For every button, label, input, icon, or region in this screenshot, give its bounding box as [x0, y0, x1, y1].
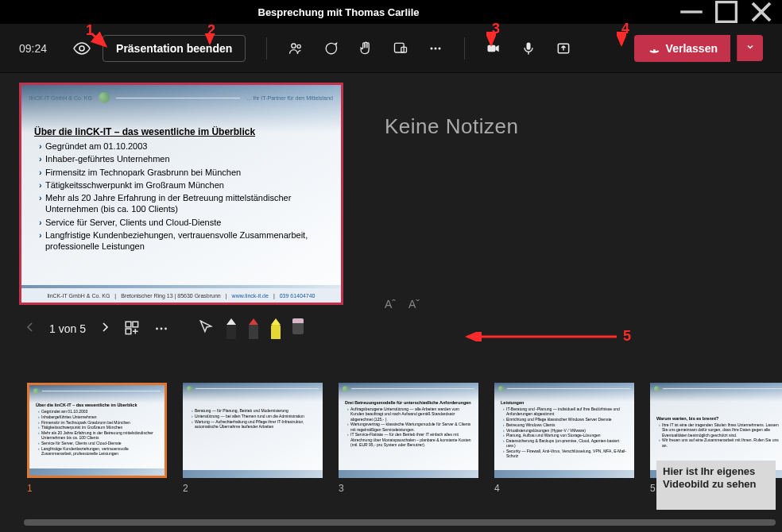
thumbnail-2[interactable]: Beratung — für Planung, Betrieb und Mode… — [183, 383, 323, 478]
minimize-button[interactable] — [674, 0, 709, 24]
svg-point-6 — [297, 44, 300, 48]
more-actions-icon[interactable] — [421, 34, 450, 63]
page-indicator: 1 von 5 — [48, 322, 87, 335]
slide-tools: 1 von 5 — [19, 313, 353, 345]
slide-title: Über die linCK-IT – das wesentliche im Ü… — [34, 126, 330, 137]
breakout-rooms-icon[interactable] — [386, 34, 415, 63]
cursor-tool-icon[interactable] — [197, 318, 215, 336]
svg-point-25 — [160, 328, 162, 330]
thumbnail-number: 2 — [183, 483, 323, 494]
svg-point-26 — [165, 328, 167, 330]
toolbar-divider — [464, 37, 465, 60]
title-bar: Besprechung mit Thomas Carlile — [0, 0, 782, 24]
drawing-tools — [197, 318, 304, 339]
private-view-icon[interactable] — [68, 34, 96, 63]
thumbnail-number: 3 — [339, 483, 478, 494]
svg-point-4 — [79, 46, 84, 51]
svg-rect-1 — [717, 2, 737, 22]
thumbnail-number: 1 — [27, 483, 167, 494]
increase-font-button[interactable]: Aˆ — [385, 298, 396, 310]
pen-red-icon[interactable] — [248, 318, 259, 339]
thumbnail-number: 4 — [494, 483, 634, 494]
svg-rect-23 — [126, 329, 131, 334]
toolbar: 09:24 Präsentation beenden Verlassen — [0, 24, 782, 73]
microphone-icon[interactable] — [514, 34, 543, 63]
notes-heading: Keine Notizen — [385, 114, 747, 139]
notes-panel: Keine Notizen Aˆ Aˇ — [353, 83, 763, 375]
prev-slide-button[interactable] — [22, 322, 37, 336]
svg-rect-22 — [133, 322, 138, 327]
leave-button-label: Verlassen — [666, 42, 718, 55]
current-slide: linCK-IT GmbH & Co. KG ... Ihr IT-Partne… — [19, 83, 343, 305]
svg-rect-7 — [395, 43, 405, 52]
share-icon[interactable] — [549, 34, 578, 63]
svg-rect-21 — [126, 322, 131, 327]
chat-icon[interactable] — [316, 34, 345, 63]
decrease-font-button[interactable]: Aˇ — [408, 298, 420, 310]
meeting-time: 09:24 — [19, 42, 47, 55]
slide-footer: linCK-IT GmbH & Co. KG| Bretonischer Rin… — [21, 288, 341, 303]
svg-point-9 — [431, 47, 433, 49]
horizontal-scrollbar[interactable] — [24, 519, 776, 526]
svg-point-5 — [292, 44, 296, 48]
toolbar-divider — [266, 37, 267, 60]
svg-point-11 — [439, 47, 441, 49]
slide-bullets: Gegründet am 01.10.2003 Inhaber-geführte… — [34, 141, 330, 253]
highlighter-icon[interactable] — [270, 318, 281, 339]
more-slide-options-icon[interactable] — [153, 320, 170, 337]
leave-dropdown-button[interactable] — [737, 35, 763, 61]
meeting-title: Besprechung mit Thomas Carlile — [3, 6, 674, 18]
grid-view-icon[interactable] — [124, 320, 141, 337]
camera-icon[interactable] — [479, 34, 508, 63]
close-button[interactable] — [744, 0, 779, 24]
eraser-icon[interactable] — [292, 318, 304, 334]
svg-point-24 — [156, 328, 158, 330]
maximize-button[interactable] — [709, 0, 744, 24]
thumbnail-3[interactable]: Drei Betreuungsmodelle für unterschiedli… — [339, 383, 478, 478]
thumbnail-4[interactable]: Leistungen IT-Beratung und -Planung — in… — [494, 383, 634, 478]
thumbnail-1[interactable]: Über die linCK-IT – das wesentliche im Ü… — [27, 383, 167, 478]
pen-black-icon[interactable] — [226, 318, 237, 339]
svg-rect-12 — [488, 44, 496, 51]
raise-hand-icon[interactable] — [351, 34, 380, 63]
svg-rect-13 — [527, 42, 531, 49]
participants-icon[interactable] — [281, 34, 310, 63]
next-slide-button[interactable] — [99, 322, 113, 336]
stop-presentation-button[interactable]: Präsentation beenden — [103, 35, 246, 62]
svg-point-10 — [435, 47, 437, 49]
self-video-preview[interactable]: Hier ist Ihr eigenes Videobild zu sehen — [656, 461, 776, 510]
leave-button[interactable]: Verlassen — [634, 35, 730, 62]
